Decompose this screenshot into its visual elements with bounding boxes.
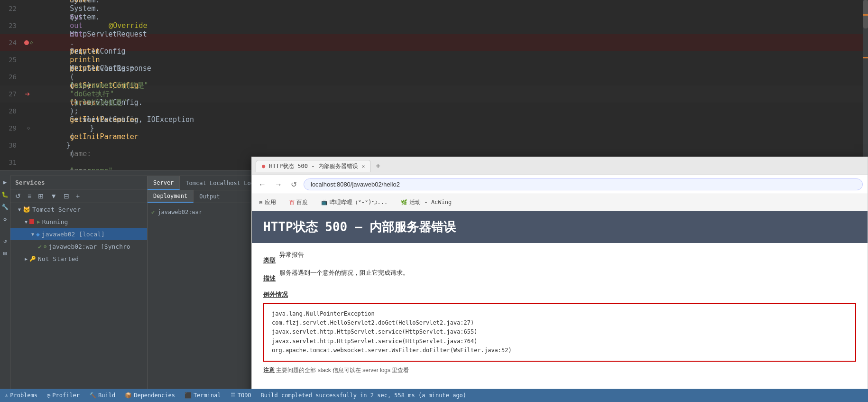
expand-arrow: ▼ (18, 207, 21, 212)
browser-content: HTTP状态 500 – 内部服务器错误 类型 异常报告 描述 服务器遇到一个意… (252, 211, 868, 398)
javaweb02-label: javaweb02 [local] (42, 231, 105, 238)
baidu-icon: 百 (289, 199, 295, 206)
editor-scrollbar[interactable] (863, 0, 868, 176)
refresh-btn[interactable]: ↺ (13, 191, 23, 201)
exception-line-2: com.flzj.servlet.HelloServlet2.doGet(Hel… (272, 318, 848, 327)
breakpoint-icon (24, 40, 29, 45)
side-debug-icon[interactable]: 🐛 (1, 191, 9, 198)
bili-icon: 📺 (321, 199, 328, 206)
scroll-marker-2 (863, 57, 868, 58)
error-body: 类型 异常报告 描述 服务器遇到一个意外的情况，阻止它完成请求。 例外情况 ja… (252, 243, 868, 382)
deployment-content: ✔ javaweb02:war (148, 203, 251, 402)
subtabs-bar: Deployment Output (148, 190, 251, 203)
check-icon: ✔ (38, 243, 42, 250)
profiler-icon: ◷ (47, 392, 50, 399)
build-label: Build (98, 392, 115, 399)
reload-btn[interactable]: ↺ (289, 178, 299, 191)
exception-line-5: org.apache.tomcat.websocket.server.WsFil… (272, 346, 848, 355)
services-header: Services (10, 176, 147, 189)
tree-item-javaweb02[interactable]: ▼ ◆ javaweb02 [local] (10, 228, 147, 240)
dep-icon: 📦 (125, 392, 132, 399)
filter-btn[interactable]: ▼ (48, 191, 59, 201)
tab-favicon: ● (262, 163, 265, 169)
exception-line-3: javax.servlet.http.HttpServlet.service(H… (272, 327, 848, 337)
tree-item-war[interactable]: ✔ ⚙ javaweb02:war [Synchro (10, 240, 147, 252)
forward-btn[interactable]: → (273, 178, 284, 191)
side-settings-icon[interactable]: ⚙ (1, 215, 9, 223)
problems-label: Problems (10, 392, 37, 399)
terminal-label: Terminal (194, 392, 221, 399)
bookmarks-bar: ⊞ 应用 百 百度 📺 哔哩哔哩（°-°)つ... 🌿 活动 - AcWing (252, 194, 868, 211)
services-panel: Services ↺ ≡ ⊞ ▼ ⊟ + ▼ 🐱 Tomcat Server ▼… (10, 176, 147, 402)
build-status[interactable]: 🔨 Build (89, 392, 115, 399)
exception-line-1: java.lang.NullPointerException (272, 309, 848, 318)
expand-arrow-running: ▼ (25, 219, 28, 224)
left-side-icons: ▶ 🐛 🔧 ⚙ ↺ ⊞ (0, 176, 10, 394)
todo-label: TODO (238, 392, 251, 399)
code-line-30: 30 } (0, 137, 868, 154)
services-title: Services (15, 179, 45, 186)
bookmark-bilibili[interactable]: 📺 哔哩哔哩（°-°)つ... (318, 197, 391, 207)
war-label: javaweb02:war [Synchro (48, 243, 130, 250)
todo-status[interactable]: ☰ TODO (231, 392, 251, 399)
side-grid-icon[interactable]: ⊞ (1, 250, 9, 257)
browser-tab-active[interactable]: ● HTTP状态 500 - 内部服务器错误 ✕ (256, 160, 371, 172)
side-wrench-icon[interactable]: 🔧 (1, 203, 9, 211)
problems-status[interactable]: ⚠ Problems (5, 392, 37, 399)
tomcat-icon: 🐱 (23, 206, 30, 213)
notstarted-label: Not Started (38, 255, 79, 262)
running-icon: ▶ (37, 219, 40, 225)
tree-item-tomcat[interactable]: ▼ 🐱 Tomcat Server (10, 203, 147, 215)
tomcat-label: Tomcat Server (32, 206, 81, 213)
side-refresh-icon[interactable]: ↺ (1, 237, 9, 245)
running-label: Running (42, 218, 68, 225)
align-btn[interactable]: ≡ (26, 191, 33, 201)
back-btn[interactable]: ← (257, 178, 268, 191)
exception-label: 例外情况 (263, 290, 856, 299)
new-tab-btn[interactable]: + (373, 160, 383, 171)
tab-deployment[interactable]: Deployment (148, 190, 194, 203)
error-header: HTTP状态 500 – 内部服务器错误 (252, 211, 868, 243)
terminal-status[interactable]: ⬛ Terminal (185, 392, 221, 399)
browser-addressbar: ← → ↺ (252, 175, 868, 194)
add-btn[interactable]: + (74, 191, 82, 201)
tab-server[interactable]: Server (148, 176, 180, 190)
tree-item-notstarted[interactable]: ▶ 🔑 Not Started (10, 252, 147, 265)
side-run-icon[interactable]: ▶ (1, 178, 9, 186)
profiler-status[interactable]: ◷ Profiler (47, 392, 80, 399)
tab-title-text: HTTP状态 500 - 内部服务器错误 (269, 162, 358, 170)
group-btn[interactable]: ⊞ (36, 191, 46, 201)
scroll-marker-1 (863, 14, 868, 16)
code-editor: 22 23 @Override 24 ◇ protected void doGe… (0, 0, 868, 176)
desc-label: 描述 (263, 274, 276, 283)
tab-close-btn[interactable]: ✕ (362, 163, 365, 169)
tree-item-running[interactable]: ▼ ▶ Running (10, 215, 147, 228)
desc-value: 服务器遇到一个意外的情况，阻止它完成请求。 (279, 269, 409, 281)
right-services-panel: Server Tomcat Localhost Log Deployment O… (147, 176, 251, 402)
ac-icon: 🌿 (401, 199, 407, 206)
build-message: Build completed successfully in 2 sec, 5… (261, 392, 466, 399)
tab-tomcat-log[interactable]: Tomcat Localhost Log (180, 176, 260, 190)
services-toolbar: ↺ ≡ ⊞ ▼ ⊟ + (10, 189, 147, 203)
bookmark-apps[interactable]: ⊞ 应用 (257, 197, 279, 207)
problems-icon: ⚠ (5, 392, 8, 399)
tab-output[interactable]: Output (194, 190, 226, 203)
note-text: 主要问题的全部 stack 信息可以在 server logs 里查看 (276, 367, 409, 374)
minus-btn[interactable]: ⊟ (62, 191, 71, 201)
bookmark-apps-label: 应用 (265, 198, 276, 206)
expand-arrow-ns: ▶ (25, 256, 28, 262)
exception-box: java.lang.NullPointerException com.flzj.… (263, 303, 856, 362)
arrow-marker: ➔ (25, 85, 30, 103)
bookmark-baidu[interactable]: 百 百度 (286, 197, 311, 207)
server-tabs: Server Tomcat Localhost Log (148, 176, 251, 190)
error-note: 注意 主要问题的全部 stack 信息可以在 server logs 里查看 (263, 366, 856, 374)
browser-window: ● HTTP状态 500 - 内部服务器错误 ✕ + ← → ↺ ⊞ 应用 百 … (251, 157, 868, 399)
dependencies-status[interactable]: 📦 Dependencies (125, 392, 175, 399)
bookmark-baidu-label: 百度 (296, 198, 308, 206)
address-input[interactable] (304, 178, 863, 190)
key-icon: 🔑 (29, 256, 36, 262)
bookmark-acwing[interactable]: 🌿 活动 - AcWing (398, 197, 454, 207)
exception-line-4: javax.servlet.http.HttpServlet.service(H… (272, 337, 848, 346)
expand-arrow-java: ▼ (31, 232, 34, 237)
dependencies-label: Dependencies (134, 392, 175, 399)
